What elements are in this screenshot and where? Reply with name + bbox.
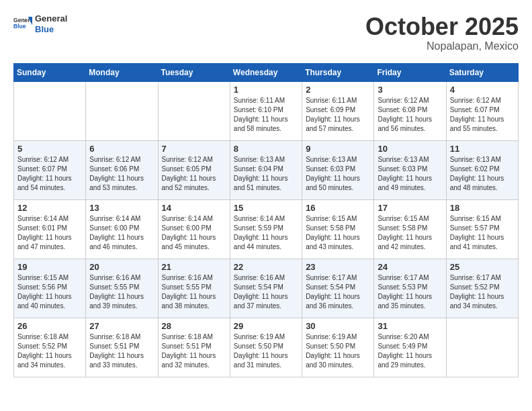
day-info: Sunrise: 6:13 AM Sunset: 6:03 PM Dayligh… — [306, 155, 370, 193]
weekday-header-tuesday: Tuesday — [158, 63, 230, 81]
calendar-cell: 20 Sunrise: 6:16 AM Sunset: 5:55 PM Dayl… — [86, 259, 158, 318]
day-info: Sunrise: 6:15 AM Sunset: 5:58 PM Dayligh… — [306, 214, 370, 252]
logo-blue: Blue — [35, 24, 67, 35]
calendar-cell: 13 Sunrise: 6:14 AM Sunset: 6:00 PM Dayl… — [86, 199, 158, 259]
month-title: October 2025 — [365, 13, 519, 40]
calendar-cell — [446, 318, 518, 377]
calendar-week-2: 5 Sunrise: 6:12 AM Sunset: 6:07 PM Dayli… — [14, 140, 519, 199]
calendar-cell: 17 Sunrise: 6:15 AM Sunset: 5:58 PM Dayl… — [374, 199, 446, 259]
calendar-cell: 9 Sunrise: 6:13 AM Sunset: 6:03 PM Dayli… — [302, 140, 374, 199]
calendar-cell — [14, 81, 86, 140]
day-number: 29 — [234, 321, 298, 331]
calendar-cell: 21 Sunrise: 6:16 AM Sunset: 5:55 PM Dayl… — [158, 259, 230, 318]
calendar-cell: 6 Sunrise: 6:12 AM Sunset: 6:06 PM Dayli… — [86, 140, 158, 199]
calendar-table: SundayMondayTuesdayWednesdayThursdayFrid… — [13, 63, 519, 377]
day-number: 7 — [162, 144, 226, 154]
day-info: Sunrise: 6:12 AM Sunset: 6:07 PM Dayligh… — [17, 155, 82, 193]
calendar-cell: 3 Sunrise: 6:12 AM Sunset: 6:08 PM Dayli… — [374, 81, 446, 140]
day-number: 26 — [17, 321, 82, 331]
day-info: Sunrise: 6:16 AM Sunset: 5:55 PM Dayligh… — [89, 273, 154, 311]
calendar-cell: 7 Sunrise: 6:12 AM Sunset: 6:05 PM Dayli… — [158, 140, 230, 199]
day-info: Sunrise: 6:13 AM Sunset: 6:02 PM Dayligh… — [450, 155, 515, 193]
day-number: 18 — [450, 203, 515, 213]
day-number: 25 — [450, 262, 515, 272]
day-number: 23 — [306, 262, 370, 272]
calendar-cell: 26 Sunrise: 6:18 AM Sunset: 5:52 PM Dayl… — [14, 318, 86, 377]
calendar-cell: 1 Sunrise: 6:11 AM Sunset: 6:10 PM Dayli… — [230, 81, 302, 140]
day-number: 27 — [89, 321, 154, 331]
calendar-cell: 27 Sunrise: 6:18 AM Sunset: 5:51 PM Dayl… — [86, 318, 158, 377]
calendar-cell: 4 Sunrise: 6:12 AM Sunset: 6:07 PM Dayli… — [446, 81, 518, 140]
logo-icon: General Blue — [13, 15, 32, 34]
weekday-header-thursday: Thursday — [302, 63, 374, 81]
calendar-cell: 22 Sunrise: 6:16 AM Sunset: 5:54 PM Dayl… — [230, 259, 302, 318]
day-info: Sunrise: 6:17 AM Sunset: 5:54 PM Dayligh… — [306, 273, 370, 311]
day-number: 10 — [378, 144, 442, 154]
calendar-cell — [158, 81, 230, 140]
day-number: 13 — [89, 203, 154, 213]
day-number: 28 — [162, 321, 226, 331]
day-number: 6 — [89, 144, 154, 154]
title-block: October 2025 Nopalapan, Mexico — [365, 13, 519, 52]
calendar-cell: 25 Sunrise: 6:17 AM Sunset: 5:52 PM Dayl… — [446, 259, 518, 318]
calendar-cell: 5 Sunrise: 6:12 AM Sunset: 6:07 PM Dayli… — [14, 140, 86, 199]
page-header: General Blue General Blue October 2025 N… — [13, 13, 519, 52]
day-number: 11 — [450, 144, 515, 154]
weekday-header-sunday: Sunday — [14, 63, 86, 81]
weekday-header-wednesday: Wednesday — [230, 63, 302, 81]
day-number: 20 — [89, 262, 154, 272]
day-info: Sunrise: 6:18 AM Sunset: 5:52 PM Dayligh… — [17, 332, 82, 370]
day-number: 1 — [234, 85, 298, 95]
day-number: 9 — [306, 144, 370, 154]
day-info: Sunrise: 6:15 AM Sunset: 5:56 PM Dayligh… — [17, 273, 82, 311]
day-info: Sunrise: 6:20 AM Sunset: 5:49 PM Dayligh… — [378, 332, 442, 370]
day-number: 31 — [378, 321, 442, 331]
calendar-cell: 23 Sunrise: 6:17 AM Sunset: 5:54 PM Dayl… — [302, 259, 374, 318]
day-info: Sunrise: 6:12 AM Sunset: 6:07 PM Dayligh… — [450, 96, 515, 134]
day-info: Sunrise: 6:16 AM Sunset: 5:54 PM Dayligh… — [234, 273, 298, 311]
day-info: Sunrise: 6:16 AM Sunset: 5:55 PM Dayligh… — [162, 273, 226, 311]
calendar-cell: 14 Sunrise: 6:14 AM Sunset: 6:00 PM Dayl… — [158, 199, 230, 259]
day-number: 16 — [306, 203, 370, 213]
day-number: 15 — [234, 203, 298, 213]
calendar-cell — [86, 81, 158, 140]
day-info: Sunrise: 6:14 AM Sunset: 5:59 PM Dayligh… — [234, 214, 298, 252]
calendar-cell: 15 Sunrise: 6:14 AM Sunset: 5:59 PM Dayl… — [230, 199, 302, 259]
calendar-cell: 11 Sunrise: 6:13 AM Sunset: 6:02 PM Dayl… — [446, 140, 518, 199]
weekday-header-saturday: Saturday — [446, 63, 518, 81]
day-info: Sunrise: 6:18 AM Sunset: 5:51 PM Dayligh… — [89, 332, 154, 370]
day-info: Sunrise: 6:14 AM Sunset: 6:00 PM Dayligh… — [162, 214, 226, 252]
calendar-cell: 2 Sunrise: 6:11 AM Sunset: 6:09 PM Dayli… — [302, 81, 374, 140]
calendar-week-3: 12 Sunrise: 6:14 AM Sunset: 6:01 PM Dayl… — [14, 199, 519, 259]
day-info: Sunrise: 6:12 AM Sunset: 6:06 PM Dayligh… — [89, 155, 154, 193]
day-number: 3 — [378, 85, 442, 95]
calendar-cell: 30 Sunrise: 6:19 AM Sunset: 5:50 PM Dayl… — [302, 318, 374, 377]
location: Nopalapan, Mexico — [365, 40, 519, 52]
calendar-week-4: 19 Sunrise: 6:15 AM Sunset: 5:56 PM Dayl… — [14, 259, 519, 318]
day-info: Sunrise: 6:19 AM Sunset: 5:50 PM Dayligh… — [306, 332, 370, 370]
weekday-header-friday: Friday — [374, 63, 446, 81]
day-info: Sunrise: 6:12 AM Sunset: 6:08 PM Dayligh… — [378, 96, 442, 134]
day-info: Sunrise: 6:15 AM Sunset: 5:58 PM Dayligh… — [378, 214, 442, 252]
calendar-cell: 16 Sunrise: 6:15 AM Sunset: 5:58 PM Dayl… — [302, 199, 374, 259]
calendar-cell: 24 Sunrise: 6:17 AM Sunset: 5:53 PM Dayl… — [374, 259, 446, 318]
day-number: 24 — [378, 262, 442, 272]
day-number: 8 — [234, 144, 298, 154]
calendar-cell: 29 Sunrise: 6:19 AM Sunset: 5:50 PM Dayl… — [230, 318, 302, 377]
day-info: Sunrise: 6:12 AM Sunset: 6:05 PM Dayligh… — [162, 155, 226, 193]
day-number: 5 — [17, 144, 82, 154]
day-info: Sunrise: 6:14 AM Sunset: 6:00 PM Dayligh… — [89, 214, 154, 252]
day-info: Sunrise: 6:11 AM Sunset: 6:10 PM Dayligh… — [234, 96, 298, 134]
day-info: Sunrise: 6:14 AM Sunset: 6:01 PM Dayligh… — [17, 214, 82, 252]
day-info: Sunrise: 6:13 AM Sunset: 6:03 PM Dayligh… — [378, 155, 442, 193]
day-number: 19 — [17, 262, 82, 272]
svg-text:Blue: Blue — [13, 23, 26, 30]
day-number: 30 — [306, 321, 370, 331]
day-info: Sunrise: 6:17 AM Sunset: 5:52 PM Dayligh… — [450, 273, 515, 311]
calendar-cell: 8 Sunrise: 6:13 AM Sunset: 6:04 PM Dayli… — [230, 140, 302, 199]
day-number: 14 — [162, 203, 226, 213]
calendar-cell: 12 Sunrise: 6:14 AM Sunset: 6:01 PM Dayl… — [14, 199, 86, 259]
day-info: Sunrise: 6:17 AM Sunset: 5:53 PM Dayligh… — [378, 273, 442, 311]
day-number: 22 — [234, 262, 298, 272]
calendar-cell: 18 Sunrise: 6:15 AM Sunset: 5:57 PM Dayl… — [446, 199, 518, 259]
